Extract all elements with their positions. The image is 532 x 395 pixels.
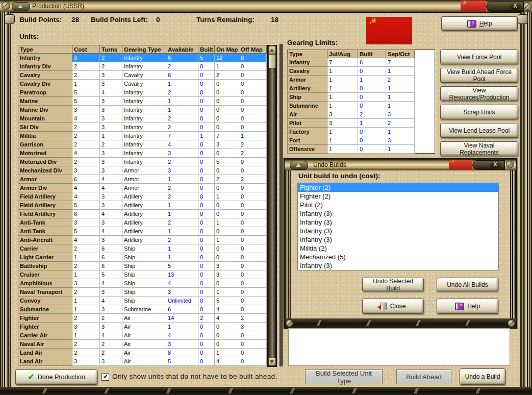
scroll-down-icon[interactable] <box>268 358 276 366</box>
unit-row[interactable]: Carrier26Ship1000 <box>18 244 267 253</box>
unit-row[interactable]: Land Air33Air5040 <box>18 357 267 366</box>
scrollbar-thumb[interactable] <box>268 54 276 68</box>
unit-available-cell: 3 <box>166 166 198 175</box>
dialog-help-button[interactable]: Help <box>437 299 498 314</box>
window-frame-right <box>520 12 532 395</box>
unit-gearing-cell: Air <box>122 340 166 349</box>
unit-row[interactable]: Marine53Infantry1000 <box>18 97 267 106</box>
unit-row[interactable]: Anti-Tank54Artillery1000 <box>18 227 267 236</box>
unit-row[interactable]: Land Air22Air8010 <box>18 349 267 357</box>
unit-row[interactable]: Cruiser15Ship13030 <box>18 270 267 279</box>
unit-built-cell: 0 <box>198 236 215 244</box>
done-production-button[interactable]: ✔ Done Production <box>15 369 97 385</box>
unit-row[interactable]: Cavalry Div13Cavalry1000 <box>18 80 267 88</box>
unit-row[interactable]: Motorized Div23Infantry2050 <box>18 158 267 166</box>
undo-selected-build-button[interactable]: Undo Selected Build <box>362 278 424 291</box>
list-item[interactable]: Infantry (3) <box>298 218 498 227</box>
list-item[interactable]: Infantry (3) <box>298 227 498 235</box>
unit-row[interactable]: Fighter33Air1003 <box>18 323 267 331</box>
list-item[interactable]: Fighter (2) <box>298 192 498 201</box>
unit-row[interactable]: Anti-Tank33Artillery2010 <box>18 218 267 227</box>
unit-type-cell: Naval Transport <box>18 288 72 297</box>
unit-turns-cell: 6 <box>100 253 122 262</box>
window-collapse-button[interactable] <box>12 2 30 11</box>
unit-available-cell: 14 <box>166 314 198 323</box>
unit-row[interactable]: Paratroop54Infantry2000 <box>18 88 267 97</box>
undo-all-builds-button[interactable]: Undo All Builds <box>437 278 498 291</box>
unit-row[interactable]: Mechanized Div33Armor3000 <box>18 166 267 175</box>
unit-row[interactable]: Motorized43Infantry3002 <box>18 149 267 158</box>
unit-row[interactable]: Submarine13Submarine6040 <box>18 305 267 314</box>
unit-on-map-cell: 1 <box>215 192 239 201</box>
view-force-pool-button[interactable]: View Force Pool <box>440 50 518 64</box>
unit-on-map-cell: 1 <box>215 236 239 244</box>
unit-off-map-cell: 2 <box>239 314 267 323</box>
unit-row[interactable]: Anti-Aircraft43Artillery2010 <box>18 236 267 244</box>
scroll-up-icon[interactable] <box>268 46 276 54</box>
list-item[interactable]: Infantry (3) <box>298 209 498 218</box>
unit-row[interactable]: Marine Div33Infantry1000 <box>18 106 267 114</box>
unit-row[interactable]: Armor64Armor1022 <box>18 175 267 184</box>
undo-builds-listbox[interactable]: Fighter (2)Fighter (2)Pilot (2)Infantry … <box>297 183 499 270</box>
unit-row[interactable]: Ski Div23Infantry2000 <box>18 123 267 132</box>
built-ahead-checkbox[interactable]: ✔ <box>102 373 109 381</box>
unit-row[interactable]: Field Artillery64Artillery1000 <box>18 210 267 218</box>
units-scrollbar[interactable] <box>267 45 277 367</box>
unit-built-cell: 0 <box>198 227 215 236</box>
build-ahead-button[interactable]: Build Ahead <box>396 369 451 384</box>
gearing-type-cell: Factory <box>288 128 327 136</box>
view-naval-replacements-button[interactable]: View Naval Replacements <box>440 141 518 156</box>
unit-on-map-cell: 0 <box>215 123 239 132</box>
list-item[interactable]: Pilot (2) <box>298 201 498 209</box>
list-item[interactable]: Infantry (3) <box>298 235 498 244</box>
view-build-ahead-force-pool-button[interactable]: View Build Ahead Force Pool <box>440 68 518 83</box>
unit-row[interactable]: Mountain43Infantry2000 <box>18 114 267 123</box>
column-header-turns: Turns <box>100 45 122 54</box>
dialog-collapse-button[interactable] <box>290 161 308 170</box>
done-production-label: Done Production <box>38 374 85 381</box>
dialog-close-button[interactable]: X <box>490 161 501 168</box>
unit-row[interactable]: Infantry32Infantry65128 <box>18 54 267 62</box>
gearing-row: Ship101 <box>288 93 435 102</box>
unit-row[interactable]: Convoy14ShipUnlimited050 <box>18 297 267 305</box>
unit-built-cell: 0 <box>198 331 215 340</box>
list-item[interactable]: Mechanized (5) <box>298 253 498 261</box>
unit-row[interactable]: Garrison22Infantry4032 <box>18 140 267 149</box>
window-close-button[interactable]: X <box>510 3 521 10</box>
unit-available-cell: 2 <box>166 88 198 97</box>
unit-row[interactable]: Naval Air22Air3000 <box>18 340 267 349</box>
unit-available-cell: 6 <box>166 71 198 80</box>
list-item[interactable]: Militia (2) <box>298 244 498 253</box>
close-button[interactable]: Close <box>362 299 424 314</box>
list-item[interactable]: Infantry (3) <box>298 261 498 270</box>
unit-row[interactable]: Cavalry23Cavalry6020 <box>18 71 267 80</box>
gearing-type-cell: Offensive <box>288 145 327 154</box>
unit-off-map-cell: 0 <box>239 114 267 123</box>
unit-row[interactable]: Naval Transport23Ship3010 <box>18 288 267 297</box>
unit-built-cell: 0 <box>198 175 215 184</box>
unit-row[interactable]: Armor Div44Armor2000 <box>18 184 267 192</box>
unit-row[interactable]: Light Carrier16Ship1000 <box>18 253 267 262</box>
unit-on-map-cell: 0 <box>215 227 239 236</box>
unit-row[interactable]: Field Artillery43Artillery2010 <box>18 192 267 201</box>
dialog-help-label: Help <box>467 303 480 310</box>
help-button[interactable]: Help <box>441 16 518 31</box>
undo-a-build-button[interactable]: Undo a Build <box>460 368 505 385</box>
build-selected-unit-type-button[interactable]: Build Selected Unit Type <box>305 369 383 384</box>
unit-row[interactable]: Militia21Infantry7171 <box>18 132 267 140</box>
unit-row[interactable]: Infantry Div22Infantry2010 <box>18 62 267 71</box>
unit-row[interactable]: Field Artillery53Artillery1000 <box>18 201 267 210</box>
unit-row[interactable]: Battleship26Ship5030 <box>18 262 267 270</box>
unit-row[interactable]: Amphibious34Ship4000 <box>18 279 267 288</box>
unit-available-cell: 2 <box>166 236 198 244</box>
unit-row[interactable]: Carrier Air14Air4000 <box>18 331 267 340</box>
view-lend-lease-pool-button[interactable]: View Lend Lease Pool <box>440 123 518 138</box>
list-item[interactable]: Fighter (2) <box>298 183 498 192</box>
unit-on-map-cell: 0 <box>215 80 239 88</box>
gearing-sepoct-cell: 3 <box>386 136 415 145</box>
message-box <box>288 328 510 366</box>
gearing-header-built: Built <box>358 50 386 58</box>
unit-row[interactable]: Fighter22Air14242 <box>18 314 267 323</box>
scrap-units-button[interactable]: Scrap Units <box>440 105 518 119</box>
view-resources-production-button[interactable]: View Resources/Production <box>440 86 518 101</box>
